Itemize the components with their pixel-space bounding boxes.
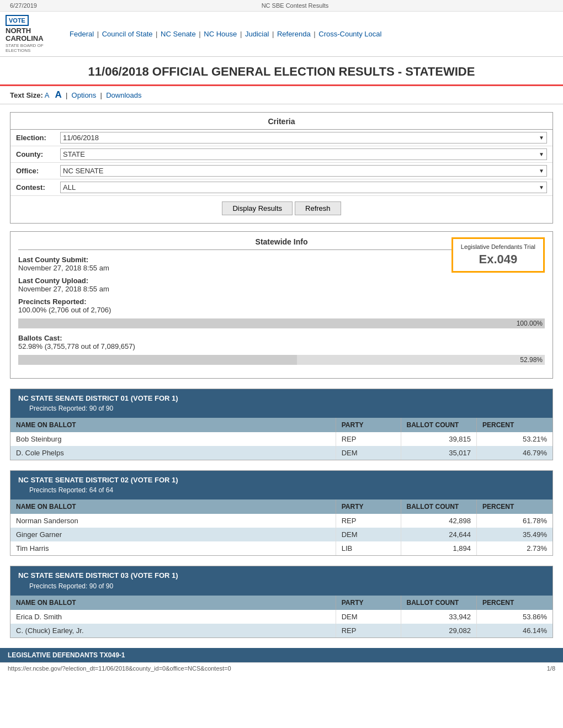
district-block-dist01: NC STATE SENATE DISTRICT 01 (VOTE FOR 1)… (10, 389, 553, 460)
main-title: 11/06/2018 OFFICIAL GENERAL ELECTION RES… (0, 57, 563, 86)
candidate-name: D. Cole Phelps (10, 446, 336, 460)
page-num: 1/8 (547, 665, 555, 672)
election-value: 11/06/2018 (63, 134, 99, 142)
district-title: NC STATE SENATE DISTRICT 01 (VOTE FOR 1) (18, 394, 178, 402)
office-select[interactable]: NC SENATE ▼ (60, 165, 547, 177)
logo-state: NORTH CAROLINA (6, 27, 61, 43)
results-area: NC STATE SENATE DISTRICT 01 (VOTE FOR 1)… (10, 389, 553, 638)
url-bar: https://er.ncsbe.gov/?election_dt=11/06/… (0, 662, 563, 674)
candidate-party: REP (336, 432, 401, 446)
col-header-ballot: BALLOT COUNT (401, 418, 476, 432)
exhibit-text: Legislative Defendants Trial (461, 243, 535, 250)
nav-council[interactable]: Council of State (102, 30, 153, 38)
nav-links: Federal | Council of State | NC Senate |… (70, 29, 557, 40)
district-precincts: Precincts Reported: 90 of 90 (18, 582, 113, 590)
logo-area: VOTE NORTH CAROLINA STATE BOARD OF ELECT… (6, 15, 61, 53)
contest-label: Contest: (16, 183, 60, 192)
col-header-party: PARTY (336, 596, 401, 610)
candidate-party: DEM (336, 528, 401, 541)
district-title: NC STATE SENATE DISTRICT 02 (VOTE FOR 1) (18, 476, 178, 484)
candidate-percent: 53.21% (477, 432, 553, 446)
candidate-percent: 61.78% (477, 514, 553, 528)
candidate-party: DEM (336, 610, 401, 624)
precincts-value: 100.00% (2,706 out of 2,706) (18, 306, 545, 314)
col-header-name: NAME ON BALLOT (10, 499, 336, 514)
candidate-name: Bob Steinburg (10, 432, 336, 446)
ballots-progress-bar: 52.98% (18, 355, 545, 365)
col-header-percent: PERCENT (477, 418, 553, 432)
election-label: Election: (16, 134, 60, 142)
district-precincts: Precincts Reported: 90 of 90 (18, 405, 113, 412)
col-header-percent: PERCENT (477, 499, 553, 514)
nav-judicial[interactable]: Judicial (245, 30, 269, 38)
contest-select[interactable]: ALL ▼ (60, 182, 547, 193)
table-row: Erica D. Smith DEM 33,942 53.86% (10, 610, 553, 624)
county-select[interactable]: STATE ▼ (60, 148, 547, 160)
ballots-pct-label: 52.98% (520, 355, 543, 365)
downloads-link[interactable]: Downloads (106, 91, 141, 99)
nav-referenda[interactable]: Referenda (277, 30, 311, 38)
criteria-buttons: Display Results Refresh (10, 196, 553, 217)
district-header-dist03: NC STATE SENATE DISTRICT 03 (VOTE FOR 1)… (10, 566, 553, 595)
table-row: C. (Chuck) Earley, Jr. REP 29,082 46.14% (10, 624, 553, 637)
candidate-name: Ginger Garner (10, 528, 336, 541)
election-select[interactable]: 11/06/2018 ▼ (60, 132, 547, 144)
col-header-party: PARTY (336, 418, 401, 432)
precincts-pct-label: 100.00% (517, 318, 543, 328)
col-header-name: NAME ON BALLOT (10, 596, 336, 610)
exhibit-num: Ex.049 (461, 252, 535, 267)
county-value: STATE (63, 150, 85, 158)
criteria-section: Criteria Election: 11/06/2018 ▼ County: … (10, 112, 553, 224)
county-row: County: STATE ▼ (10, 146, 553, 163)
candidate-party: REP (336, 514, 401, 528)
url-text: https://er.ncsbe.gov/?election_dt=11/06/… (8, 665, 231, 672)
candidate-percent: 2.73% (477, 541, 553, 555)
county-label: County: (16, 150, 60, 158)
text-size-large[interactable]: A (55, 89, 61, 100)
result-table-dist02: NAME ON BALLOT PARTY BALLOT COUNT PERCEN… (10, 499, 553, 555)
text-size-small[interactable]: A (45, 91, 49, 99)
nav-house[interactable]: NC House (204, 30, 237, 38)
refresh-button[interactable]: Refresh (295, 201, 341, 215)
col-header-ballot: BALLOT COUNT (401, 499, 476, 514)
district-title: NC STATE SENATE DISTRICT 03 (VOTE FOR 1) (18, 571, 178, 580)
contest-value: ALL (63, 183, 76, 192)
candidate-ballot-count: 35,017 (401, 446, 476, 460)
result-table-dist01: NAME ON BALLOT PARTY BALLOT COUNT PERCEN… (10, 418, 553, 460)
nav-senate[interactable]: NC Senate (161, 30, 196, 38)
col-header-name: NAME ON BALLOT (10, 418, 336, 432)
nav-federal[interactable]: Federal (70, 30, 94, 38)
display-results-button[interactable]: Display Results (222, 201, 293, 215)
text-size-label: Text Size: (10, 91, 43, 99)
options-link[interactable]: Options (72, 91, 97, 99)
criteria-title: Criteria (10, 113, 553, 130)
logo-sub: STATE BOARD OF ELECTIONS (6, 43, 61, 53)
candidate-party: LIB (336, 541, 401, 555)
candidate-ballot-count: 39,815 (401, 432, 476, 446)
col-header-party: PARTY (336, 499, 401, 514)
table-row: Norman Sanderson REP 42,898 61.78% (10, 514, 553, 528)
candidate-name: Tim Harris (10, 541, 336, 555)
last-county-upload-label: Last County Upload: (18, 277, 545, 285)
office-arrow: ▼ (539, 168, 544, 174)
footer-bar: LEGISLATIVE DEFENDANTS TX049-1 (0, 648, 563, 662)
table-row: Ginger Garner DEM 24,644 35.49% (10, 528, 553, 541)
candidate-name: Norman Sanderson (10, 514, 336, 528)
candidate-party: DEM (336, 446, 401, 460)
contest-row: Contest: ALL ▼ (10, 179, 553, 196)
ballots-progress-fill (18, 355, 297, 365)
election-arrow: ▼ (539, 135, 544, 141)
ballots-value: 52.98% (3,755,778 out of 7,089,657) (18, 342, 545, 350)
candidate-ballot-count: 24,644 (401, 528, 476, 541)
precincts-progress-bar: 100.00% (18, 318, 545, 328)
result-table-dist03: NAME ON BALLOT PARTY BALLOT COUNT PERCEN… (10, 596, 553, 637)
candidate-ballot-count: 1,894 (401, 541, 476, 555)
district-block-dist03: NC STATE SENATE DISTRICT 03 (VOTE FOR 1)… (10, 566, 553, 637)
page-title: NC SBE Contest Results (262, 2, 329, 9)
county-arrow: ▼ (539, 151, 544, 157)
col-header-percent: PERCENT (477, 596, 553, 610)
nav-cross-county[interactable]: Cross-County Local (318, 30, 381, 38)
candidate-name: C. (Chuck) Earley, Jr. (10, 624, 336, 637)
district-header-dist01: NC STATE SENATE DISTRICT 01 (VOTE FOR 1)… (10, 389, 553, 418)
district-header-dist02: NC STATE SENATE DISTRICT 02 (VOTE FOR 1)… (10, 471, 553, 499)
